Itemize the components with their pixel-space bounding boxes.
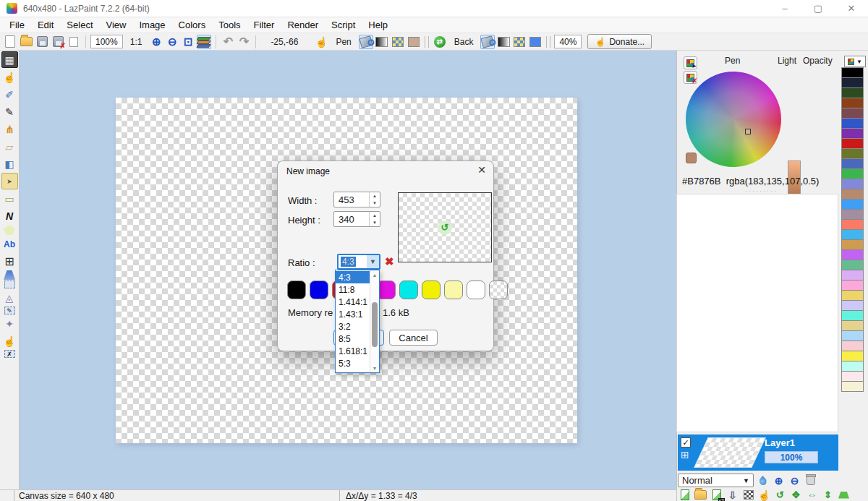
donate-button[interactable]: ☝ Donate... <box>587 34 652 49</box>
height-field[interactable]: 340 ▲▼ <box>333 211 380 227</box>
palette-swatch[interactable] <box>841 158 864 169</box>
width-field[interactable]: 453 ▲▼ <box>333 192 380 207</box>
delete-layer-button[interactable] <box>804 474 817 487</box>
copy-button[interactable] <box>67 35 81 49</box>
flip-horizontal-button[interactable]: ⇔ <box>805 488 819 501</box>
palette-swatch[interactable] <box>841 320 864 331</box>
palette-swatch[interactable] <box>841 260 864 270</box>
pen-fill-button[interactable] <box>359 35 373 49</box>
ratio-option-8:5[interactable]: 8:5 <box>336 333 370 345</box>
hand-tool-icon[interactable]: ☝ <box>1 69 18 85</box>
ratio-option-11:8[interactable]: 11:8 <box>336 283 370 296</box>
deform-grid-tool-icon[interactable]: ⊞ <box>1 253 18 270</box>
text-tool-icon[interactable]: Ab <box>1 236 18 252</box>
pen-texture-button[interactable] <box>391 35 405 49</box>
blend-drop-button[interactable] <box>756 474 770 487</box>
color-wheel[interactable] <box>686 72 781 167</box>
ratio-option-1.618:1[interactable]: 1.618:1 <box>336 345 370 357</box>
pick-palette-color-button[interactable]: ➤ <box>684 56 697 69</box>
layer-grid-icon[interactable]: ⊞ <box>681 450 691 460</box>
palette-swatch[interactable] <box>841 179 864 189</box>
layer-opacity-bar[interactable]: 100% <box>765 451 818 463</box>
new-layer-button[interactable] <box>678 488 692 501</box>
ratio-option-1.43:1[interactable]: 1.43:1 <box>336 308 370 320</box>
ratio-combobox[interactable]: 4:3 ▼ <box>337 254 380 270</box>
close-button[interactable]: ✕ <box>835 0 868 17</box>
toolbar-grip[interactable] <box>546 36 550 48</box>
ratio-option-3:2[interactable]: 3:2 <box>336 320 370 333</box>
back-fill-button[interactable] <box>480 35 495 49</box>
pen-swatch-button[interactable] <box>407 35 421 49</box>
height-down-button[interactable]: ▼ <box>370 219 380 226</box>
palette-swatch[interactable] <box>841 239 864 250</box>
layer-visibility-checkbox[interactable]: ✓ <box>681 437 691 448</box>
palette-swatch[interactable] <box>841 219 864 230</box>
ratio-option-5:3[interactable]: 5:3 <box>336 357 370 369</box>
palette-swatch[interactable] <box>841 361 864 372</box>
menu-item-File[interactable]: File <box>3 18 31 32</box>
palette-swatch[interactable] <box>841 67 864 78</box>
pen-gradient-button[interactable] <box>375 35 389 49</box>
zoom-level-field[interactable]: 100% <box>90 35 123 48</box>
polygon-tool-icon[interactable] <box>4 225 15 235</box>
dialog-color-swatch[interactable] <box>422 281 441 299</box>
palette-swatch[interactable] <box>841 199 864 210</box>
ratio-option-4:3[interactable]: 4:3 <box>336 271 370 283</box>
menu-item-View[interactable]: View <box>100 18 133 32</box>
move-layer-button[interactable]: ☝ <box>757 488 771 501</box>
blend-mode-select[interactable]: Normal ▼ <box>678 474 754 487</box>
back-texture-button[interactable] <box>512 35 527 49</box>
dialog-close-button[interactable]: ✕ <box>477 164 486 176</box>
dialog-color-swatch[interactable] <box>310 281 328 299</box>
flip-vertical-button[interactable]: ⇕ <box>821 488 835 501</box>
menu-item-Tools[interactable]: Tools <box>212 18 247 32</box>
menu-item-Image[interactable]: Image <box>132 18 171 32</box>
palette-swatch[interactable] <box>841 189 864 200</box>
lasso-tool-icon[interactable]: ◬ <box>1 289 18 306</box>
palette-swatch[interactable] <box>841 148 864 159</box>
palette-swatch[interactable] <box>841 138 864 149</box>
rotate-layer-button[interactable]: ↺ <box>773 488 787 501</box>
save-as-button[interactable]: ✗ <box>51 35 65 49</box>
color-picker-tool-icon[interactable]: ✐ <box>1 86 18 103</box>
open-file-button[interactable] <box>19 35 33 49</box>
rotate-preview-icon[interactable]: ↺ <box>438 220 452 235</box>
layer-row[interactable]: ✓ ⊞ Layer1 100% <box>678 434 838 471</box>
toolbox-icon[interactable]: ▦ <box>1 51 18 68</box>
rect-select-tool-icon[interactable] <box>4 281 15 288</box>
floodfill-tool-icon[interactable]: ◧ <box>1 155 18 172</box>
width-value[interactable]: 453 <box>334 194 369 205</box>
swap-colors-button[interactable]: ⇄ <box>433 35 447 49</box>
layer-zoom-out-button[interactable]: ⊖ <box>788 474 801 487</box>
maximize-button[interactable]: ▢ <box>801 0 835 17</box>
current-color-swatch[interactable] <box>686 153 697 163</box>
palette-swatch[interactable] <box>841 290 864 301</box>
width-up-button[interactable]: ▲ <box>370 192 380 200</box>
polyline-tool-icon[interactable]: N <box>1 207 18 224</box>
palette-swatch[interactable] <box>841 300 864 311</box>
zoom-original-button[interactable]: 1:1 <box>124 35 148 48</box>
deselect-tool-icon[interactable]: ✗ <box>4 350 15 358</box>
hand-icon[interactable]: ☝ <box>314 35 328 49</box>
redo-button[interactable]: ↷ <box>237 35 251 49</box>
palette-swatch[interactable] <box>841 87 864 98</box>
width-down-button[interactable]: ▼ <box>370 200 380 207</box>
menu-item-Colors[interactable]: Colors <box>172 18 213 32</box>
menu-item-Render[interactable]: Render <box>281 18 325 32</box>
eraser-tool-icon[interactable]: ▱ <box>1 138 18 155</box>
back-gradient-button[interactable] <box>496 35 511 49</box>
menu-item-Filter[interactable]: Filter <box>247 18 281 32</box>
scroll-down-icon[interactable]: ▼ <box>373 364 378 372</box>
palette-swatch[interactable] <box>841 310 864 321</box>
undo-button[interactable]: ↶ <box>221 35 235 49</box>
palette-swatch[interactable] <box>841 229 864 240</box>
palette-swatch[interactable] <box>841 168 864 179</box>
move-selection-tool-icon[interactable]: ☝ <box>1 333 18 349</box>
palette-swatch[interactable] <box>841 270 864 281</box>
perspective-tool-icon[interactable] <box>4 270 15 280</box>
palette-swatch[interactable] <box>841 330 864 341</box>
layers-window-button[interactable] <box>197 35 211 49</box>
palette-menu-button[interactable]: ▼ <box>844 56 866 67</box>
palette-swatch[interactable] <box>841 98 864 108</box>
stretch-layer-button[interactable]: ✥ <box>789 488 803 501</box>
